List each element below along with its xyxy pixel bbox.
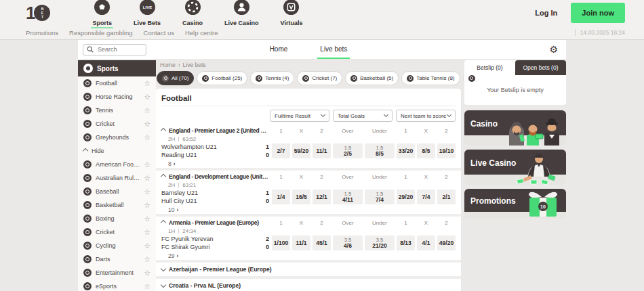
- gear-icon[interactable]: ⚙: [549, 45, 558, 54]
- sidebar-item-australian-rules[interactable]: Australian Rules Foot...☆: [78, 171, 156, 185]
- breadcrumb-home[interactable]: Home: [160, 62, 176, 68]
- odds-button[interactable]: 11/1: [292, 236, 310, 250]
- nav-item-live-casino[interactable]: Live Casino: [223, 0, 260, 27]
- odds-button[interactable]: 7/4: [417, 189, 435, 204]
- tab-betslip[interactable]: Betslip (0): [464, 60, 515, 75]
- odds-button[interactable]: 16/5: [292, 189, 310, 204]
- nav-item-live-bets[interactable]: LIVE Live Bets: [132, 0, 162, 27]
- chip-all[interactable]: All (70): [157, 71, 194, 85]
- chip-table-tennis[interactable]: Table Tennis (8): [401, 71, 460, 85]
- league-header[interactable]: Armenia - Premier League (Europe) 1X2Ove…: [161, 218, 456, 227]
- odds-button[interactable]: 1/4: [272, 189, 290, 204]
- odds-button[interactable]: 8/5: [417, 143, 435, 158]
- sidebar-item-esports[interactable]: eSports☆: [78, 279, 156, 291]
- dropdown-next-team-to-score[interactable]: Next team to score: [396, 110, 456, 122]
- odds-button[interactable]: 29/20: [397, 189, 415, 204]
- chip-cricket[interactable]: Cricket (7): [297, 71, 342, 85]
- tab-live-bets[interactable]: Live bets: [317, 40, 350, 59]
- nav-item-virtuals[interactable]: Virtuals: [279, 0, 304, 27]
- favorite-star-icon[interactable]: ☆: [144, 80, 150, 87]
- sidebar-item-cricket-2[interactable]: Cricket☆: [78, 225, 156, 239]
- odds-button-over[interactable]: 1.54/11: [333, 189, 363, 204]
- favorite-star-icon[interactable]: ☆: [144, 242, 150, 250]
- favorite-star-icon[interactable]: ☆: [144, 202, 150, 209]
- sidebar-hide-toggle[interactable]: Hide: [78, 144, 156, 158]
- odds-button[interactable]: 49/20: [437, 236, 456, 250]
- join-now-button[interactable]: Join now: [571, 3, 625, 23]
- favorite-star-icon[interactable]: ☆: [144, 256, 150, 263]
- sidebar-header-sports[interactable]: Sports: [78, 60, 156, 76]
- log-in-button[interactable]: Log In: [535, 9, 557, 17]
- odds-button[interactable]: 59/20: [292, 143, 310, 158]
- favorite-star-icon[interactable]: ☆: [144, 269, 150, 277]
- league-header[interactable]: England - Premier League 2 (United Kingd…: [161, 126, 456, 135]
- favorite-star-icon[interactable]: ☆: [144, 188, 150, 196]
- odds-button[interactable]: 19/10: [437, 143, 456, 158]
- collapsed-league-croatia[interactable]: Croatia - Prva NL (Europe): [161, 280, 456, 291]
- nav-item-sports[interactable]: Sports: [91, 0, 113, 27]
- sidebar-item-cricket[interactable]: Cricket☆: [78, 117, 156, 131]
- favorite-star-icon[interactable]: ☆: [144, 175, 150, 182]
- sidebar-item-tennis[interactable]: Tennis☆: [78, 104, 156, 117]
- odds-button[interactable]: 2/7: [272, 143, 290, 158]
- sidebar-item-horse-racing[interactable]: Horse Racing☆: [78, 90, 156, 104]
- sidebar-item-basketball[interactable]: Basketball☆: [78, 198, 156, 212]
- odds-button-over[interactable]: 3.54/6: [333, 236, 363, 250]
- link-promotions[interactable]: Promotions: [26, 29, 58, 37]
- favorite-star-icon[interactable]: ☆: [144, 107, 150, 114]
- search-box[interactable]: [83, 44, 146, 55]
- team-names[interactable]: Barnsley U21Hull City U21: [161, 189, 261, 205]
- favorite-star-icon[interactable]: ☆: [144, 283, 150, 290]
- odds-button[interactable]: 33/20: [397, 143, 415, 158]
- dropdown-fulltime-result[interactable]: Fulltime Result: [270, 110, 329, 122]
- brand-logo[interactable]: 1 BET: [26, 4, 50, 22]
- tab-home[interactable]: Home: [267, 40, 291, 59]
- odds-button[interactable]: 8/13: [397, 236, 415, 250]
- chip-tennis[interactable]: Tennis (4): [250, 71, 294, 85]
- dropdown-total-goals[interactable]: Total Goals: [333, 110, 393, 122]
- league-header[interactable]: England - Development League (United Kin…: [161, 172, 456, 181]
- promotions-promo-card[interactable]: Promotions 10: [464, 189, 566, 219]
- odds-button[interactable]: 12/1: [313, 189, 331, 204]
- sidebar-item-baseball[interactable]: Baseball☆: [78, 185, 156, 198]
- casino-promo-card[interactable]: Casino: [464, 110, 566, 146]
- nav-item-casino[interactable]: Casino: [181, 0, 204, 27]
- chip-basketball[interactable]: Basketball (5): [345, 71, 399, 85]
- collapsed-league-azerbaijan[interactable]: Azerbaijan - Premier League (Europe): [161, 264, 456, 275]
- favorite-star-icon[interactable]: ☆: [144, 161, 150, 169]
- odds-button-under[interactable]: 1.57/4: [365, 189, 395, 204]
- more-markets-link[interactable]: 8›: [161, 160, 456, 166]
- sidebar-item-cycling[interactable]: Cycling☆: [78, 239, 156, 252]
- favorite-star-icon[interactable]: ☆: [144, 120, 150, 128]
- live-casino-promo-card[interactable]: Live Casino: [464, 150, 566, 185]
- odds-button[interactable]: 45/1: [313, 236, 331, 250]
- team-names[interactable]: Wolverhampton U21Reading U21: [161, 143, 261, 159]
- sidebar-item-greyhounds[interactable]: Greyhounds☆: [78, 131, 156, 144]
- link-help-centre[interactable]: Help centre: [185, 29, 218, 37]
- sidebar-item-entertainment[interactable]: Entertainment☆: [78, 266, 156, 279]
- match-row: FC Pyunik YerevanFC Shirak Gyumri 20 1/1…: [161, 235, 456, 251]
- odds-button[interactable]: 4/1: [417, 236, 435, 250]
- odds-button-under[interactable]: 3.521/20: [365, 236, 395, 250]
- link-responsible-gambling[interactable]: Responsible gambling: [69, 29, 132, 37]
- odds-button[interactable]: 1/100: [272, 236, 290, 250]
- more-markets-link[interactable]: 29›: [161, 252, 456, 259]
- sidebar-item-american-football[interactable]: American Football☆: [78, 158, 156, 171]
- more-markets-link[interactable]: 10›: [161, 206, 456, 212]
- tab-open-bets[interactable]: Open bets (0): [515, 60, 566, 75]
- sidebar-item-darts[interactable]: Darts☆: [78, 252, 156, 266]
- favorite-star-icon[interactable]: ☆: [144, 215, 150, 223]
- odds-button-over[interactable]: 1.52/5: [333, 143, 363, 158]
- search-input[interactable]: [96, 45, 142, 53]
- odds-button-under[interactable]: 1.58/5: [365, 143, 395, 158]
- favorite-star-icon[interactable]: ☆: [144, 229, 150, 236]
- odds-button[interactable]: 2/1: [437, 189, 456, 204]
- favorite-star-icon[interactable]: ☆: [144, 93, 150, 101]
- link-contact-us[interactable]: Contact us: [144, 29, 174, 37]
- sidebar-item-football[interactable]: Football☆: [78, 76, 156, 90]
- sidebar-item-boxing[interactable]: Boxing☆: [78, 212, 156, 225]
- favorite-star-icon[interactable]: ☆: [144, 134, 150, 141]
- team-names[interactable]: FC Pyunik YerevanFC Shirak Gyumri: [161, 235, 261, 251]
- chip-football[interactable]: Football (25): [197, 71, 247, 85]
- odds-button[interactable]: 11/1: [313, 143, 331, 158]
